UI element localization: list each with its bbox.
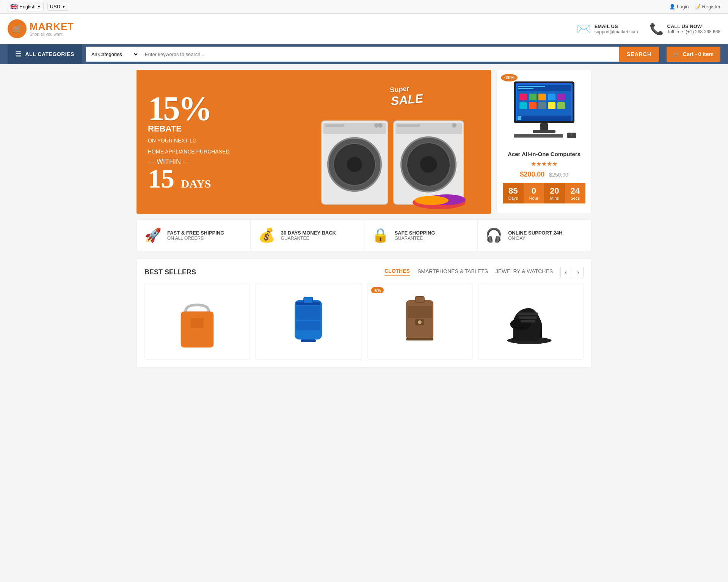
best-sellers-title: BEST SELLERS	[144, 268, 196, 276]
yellow-bag-illustration	[173, 291, 222, 352]
all-categories-label: ALL CATEGORIES	[25, 51, 74, 57]
brand-name: MARKET	[30, 21, 74, 32]
navbar: ☰ ALL CATEGORIES All Categories SEARCH 🛒…	[0, 44, 728, 64]
product-stars: ★★★★★	[503, 160, 585, 167]
svg-rect-35	[518, 116, 521, 120]
cart-button[interactable]: 🛒 Cart - 0 item	[667, 47, 720, 62]
svg-rect-23	[518, 88, 533, 89]
hero-percent: 15%	[148, 92, 230, 126]
svg-rect-26	[538, 94, 546, 100]
phone-contact: 📞 CALL US NOW Toll free: (+1) 268 268 66…	[650, 22, 720, 36]
next-button[interactable]: ›	[573, 267, 584, 277]
feature-moneyback-title: 30 DAYS MONEY BACK	[281, 230, 336, 236]
search-input[interactable]	[139, 47, 619, 62]
tab-clothes[interactable]: CLOTHES	[384, 268, 410, 276]
best-sellers-section: BEST SELLERS CLOTHES SMARTPHONES & TABLE…	[136, 259, 592, 368]
feature-safeshop-text: SAFE SHOPPING GUARANTEE	[395, 230, 435, 241]
logo-link[interactable]: 🛒 MARKET Shop all you want	[8, 19, 74, 38]
feature-shipping-text: FAST & FREE SHIPPING ON ALL ORDERS	[167, 230, 224, 241]
product-card-img-0	[145, 283, 249, 359]
search-bar: All Categories SEARCH	[86, 47, 659, 62]
countdown-secs-value: 24	[566, 186, 584, 196]
site-header: 🛒 MARKET Shop all you want ✉️ EMAIL US s…	[0, 14, 728, 44]
svg-rect-58	[518, 313, 538, 315]
product-card-2[interactable]: -6%	[367, 283, 472, 360]
feature-moneyback-text: 30 DAYS MONEY BACK GUARANTEE	[281, 230, 336, 241]
feature-safeshop: 🔒 SAFE SHOPPING GUARANTEE	[364, 220, 478, 251]
product-card-0[interactable]	[144, 283, 250, 360]
computer-illustration	[506, 78, 582, 138]
language-selector[interactable]: 🇬🇧 English ▼	[8, 2, 44, 11]
best-sellers-header: BEST SELLERS CLOTHES SMARTPHONES & TABLE…	[144, 267, 584, 277]
svg-rect-32	[548, 102, 555, 109]
product-card-3[interactable]	[478, 283, 584, 360]
prev-button[interactable]: ‹	[560, 267, 571, 277]
tab-smartphones[interactable]: SMARTPHONES & TABLETS	[417, 268, 488, 276]
black-shoe-illustration	[504, 291, 557, 352]
svg-rect-22	[518, 86, 545, 87]
svg-rect-44	[296, 306, 320, 320]
top-bar-right: 👤 Login 📝 Register	[669, 4, 720, 9]
flag-icon: 🇬🇧	[10, 3, 18, 10]
feature-support-text: ONLINE SUPPORT 24H ON DAY	[508, 230, 562, 241]
countdown-hours: 0 Hour	[524, 183, 544, 203]
rocket-icon: 🚀	[144, 227, 162, 243]
all-categories-button[interactable]: ☰ ALL CATEGORIES	[8, 44, 82, 64]
svg-point-17	[414, 196, 449, 205]
feature-shipping-title: FAST & FREE SHIPPING	[167, 230, 224, 236]
svg-rect-27	[548, 94, 555, 100]
cart-label: Cart - 0 item	[683, 51, 714, 57]
product-info: Acer All-in-One Computers ★★★★★ $200.00 …	[497, 147, 591, 207]
svg-rect-50	[408, 306, 432, 318]
logo-text: MARKET Shop all you want	[30, 21, 74, 37]
svg-rect-48	[301, 340, 316, 342]
tab-jewelry[interactable]: JEWELRY & WATCHES	[496, 268, 553, 276]
svg-rect-36	[540, 123, 548, 131]
best-sellers-controls: CLOTHES SMARTPHONES & TABLETS JEWELRY & …	[384, 267, 584, 277]
hero-desc1: ON YOUR NEXT LG	[148, 137, 230, 145]
top-bar: 🇬🇧 English ▼ USD ▼ 👤 Login 📝 Register	[0, 0, 728, 14]
hero-section: 15% REBATE ON YOUR NEXT LG HOME APPLIANC…	[136, 70, 592, 214]
svg-rect-38	[514, 134, 563, 138]
register-link[interactable]: 📝 Register	[695, 4, 720, 9]
currency-label: USD	[50, 4, 60, 9]
svg-rect-60	[521, 320, 535, 322]
svg-rect-31	[538, 102, 546, 109]
washers-illustration	[318, 98, 469, 212]
svg-rect-59	[519, 316, 537, 319]
svg-rect-47	[304, 297, 313, 303]
svg-point-12	[420, 156, 437, 173]
phone-info: CALL US NOW Toll free: (+1) 268 268 668	[667, 23, 720, 34]
countdown-secs: 24 Secs	[565, 183, 586, 203]
hamburger-icon: ☰	[15, 50, 22, 58]
svg-rect-42	[191, 318, 204, 328]
chevron-down-icon: ▼	[37, 5, 41, 9]
currency-selector[interactable]: USD ▼	[47, 3, 68, 11]
email-label: EMAIL US	[595, 23, 638, 29]
search-button[interactable]: SEARCH	[619, 47, 659, 62]
product-card-badge-2: -6%	[371, 287, 384, 293]
product-sidebar: -20%	[497, 70, 592, 214]
svg-rect-24	[519, 94, 527, 100]
money-icon: 💰	[258, 227, 275, 243]
svg-rect-28	[557, 94, 565, 100]
countdown-mins-label: Mins	[546, 196, 563, 200]
category-dropdown[interactable]: All Categories	[86, 47, 139, 62]
email-contact: ✉️ EMAIL US support@market.com	[577, 22, 638, 36]
product-card-img-3	[479, 283, 583, 359]
countdown-hours-label: Hour	[525, 196, 543, 200]
lock-icon: 🔒	[372, 227, 389, 243]
svg-point-53	[418, 321, 422, 324]
user-icon: 👤	[669, 4, 675, 9]
top-bar-left: 🇬🇧 English ▼ USD ▼	[8, 2, 68, 11]
email-value: support@market.com	[595, 29, 638, 34]
price-old: $250.00	[549, 172, 568, 178]
header-contacts: ✉️ EMAIL US support@market.com 📞 CALL US…	[577, 22, 720, 36]
phone-value: Toll free: (+1) 268 268 668	[667, 29, 720, 34]
hero-text: 15% REBATE ON YOUR NEXT LG HOME APPLIANC…	[148, 92, 230, 192]
product-card-img-2	[367, 283, 472, 359]
login-link[interactable]: 👤 Login	[669, 4, 689, 9]
product-card-1[interactable]	[256, 283, 361, 360]
svg-rect-41	[181, 311, 214, 347]
svg-rect-33	[557, 102, 565, 109]
